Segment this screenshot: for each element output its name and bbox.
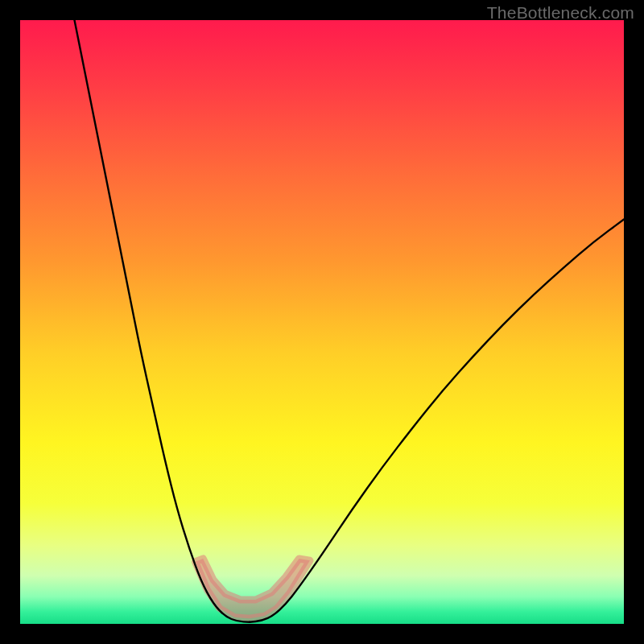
curves-layer (20, 20, 624, 624)
chart-frame: TheBottleneck.com (0, 0, 644, 644)
svg-marker-1 (196, 559, 311, 618)
pale-band (196, 559, 311, 618)
plot-area (20, 20, 624, 624)
bottleneck-curve (75, 20, 625, 622)
watermark-label: TheBottleneck.com (487, 3, 634, 23)
